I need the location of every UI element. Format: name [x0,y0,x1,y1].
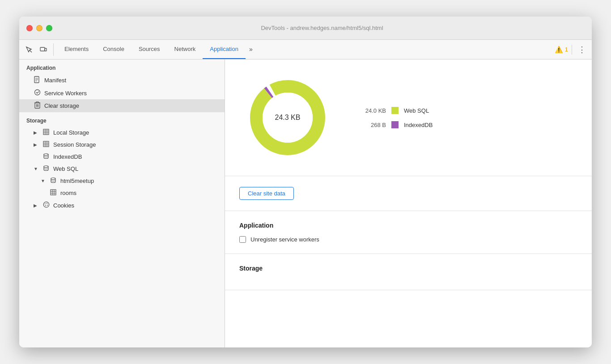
warning-icon: ⚠️ [555,46,563,54]
unregister-sw-label: Unregister service workers [250,236,319,243]
svg-rect-21 [43,141,49,147]
sidebar-item-cookies[interactable]: ▶ Cookies [19,199,225,212]
manifest-icon [34,76,41,85]
close-button[interactable] [26,25,33,31]
sidebar-item-manifest[interactable]: Manifest [19,74,225,87]
device-toggle-icon[interactable] [37,43,50,56]
cookies-icon [42,201,50,209]
content-area: 24.3 KB 24.0 KB Web SQL 268 B IndexedDB [225,59,592,347]
clear-storage-icon [34,102,41,110]
html5meetup-label: html5meetup [60,178,94,184]
storage-section-header: Storage [19,112,225,127]
svg-point-39 [45,203,46,204]
cookies-arrow: ▶ [34,203,39,208]
tab-application[interactable]: Application [203,39,246,59]
tab-elements[interactable]: Elements [57,39,96,59]
devtools-window: DevTools - andrew.hedges.name/html5/sql.… [19,17,592,347]
sidebar: Application Manifest Service Workers Cle… [19,59,225,347]
svg-point-28 [44,154,48,156]
donut-center-label: 24.3 KB [275,114,301,122]
websql-legend-label: Web SQL [404,107,429,114]
tab-sources[interactable]: Sources [132,39,167,59]
sidebar-item-clear-storage[interactable]: Clear storage [19,99,225,112]
legend-item-indexeddb: 268 B IndexedDB [359,121,433,128]
session-storage-icon [42,141,50,148]
svg-rect-31 [51,190,56,195]
websql-color-swatch [391,107,399,114]
storage-section-title: Storage [239,265,577,272]
service-workers-label: Service Workers [44,90,87,97]
tab-network[interactable]: Network [167,39,203,59]
unregister-sw-checkbox[interactable] [239,236,246,243]
svg-point-7 [34,90,40,95]
html5meetup-icon [50,177,57,185]
tab-console[interactable]: Console [96,39,132,59]
legend-item-websql: 24.0 KB Web SQL [359,107,433,114]
application-section-title: Application [239,222,577,229]
clear-site-data-button[interactable]: Clear site data [239,187,294,200]
clear-site-data-section: Clear site data [225,176,592,211]
svg-point-41 [45,205,46,206]
app-section-header: Application [19,59,225,74]
local-storage-icon [42,129,50,136]
svg-rect-1 [40,47,45,51]
window-title: DevTools - andrew.hedges.name/html5/sql.… [59,25,585,31]
warning-badge[interactable]: ⚠️ 1 [551,45,572,55]
titlebar: DevTools - andrew.hedges.name/html5/sql.… [19,17,592,40]
kebab-menu-button[interactable]: ⋮ [576,43,588,56]
local-storage-label: Local Storage [53,129,89,136]
web-sql-arrow: ▼ [34,166,39,171]
websql-size: 24.0 KB [359,107,386,114]
rooms-icon [50,189,57,197]
rooms-label: rooms [60,190,76,196]
indexeddb-icon [42,153,50,161]
web-sql-label: Web SQL [53,165,78,172]
svg-line-0 [30,50,32,52]
more-tabs-button[interactable]: » [246,39,256,59]
inspect-element-icon[interactable] [23,43,35,56]
svg-point-29 [44,166,48,168]
svg-rect-2 [45,48,47,51]
storage-section: Storage [225,254,592,290]
application-section: Application Unregister service workers [225,211,592,254]
minimize-button[interactable] [36,25,42,31]
svg-rect-10 [36,102,38,103]
sidebar-item-web-sql[interactable]: ▼ Web SQL [19,163,225,175]
traffic-lights [26,25,52,31]
toolbar: Elements Console Sources Network Applica… [19,40,592,59]
svg-point-42 [47,205,48,206]
chart-area: 24.3 KB 24.0 KB Web SQL 268 B IndexedDB [225,59,592,176]
chart-legend: 24.0 KB Web SQL 268 B IndexedDB [359,107,433,128]
indexeddb-legend-label: IndexedDB [404,122,433,128]
warning-count: 1 [565,46,568,53]
clear-storage-label: Clear storage [44,102,79,109]
sidebar-item-session-storage[interactable]: ▶ Session Storage [19,139,225,151]
session-storage-arrow: ▶ [34,142,39,147]
sidebar-item-html5meetup[interactable]: ▼ html5meetup [19,175,225,187]
sidebar-item-indexeddb[interactable]: ▶ IndexedDB [19,151,225,163]
indexeddb-size: 268 B [359,122,386,128]
manifest-label: Manifest [44,77,66,84]
donut-chart: 24.3 KB [243,73,332,162]
main-content: Application Manifest Service Workers Cle… [19,59,592,347]
svg-point-30 [51,178,55,180]
svg-point-38 [43,202,49,207]
service-workers-icon [34,89,41,97]
tab-list: Elements Console Sources Network Applica… [57,40,256,59]
sidebar-item-service-workers[interactable]: Service Workers [19,87,225,99]
html5meetup-arrow: ▼ [41,178,46,183]
local-storage-arrow: ▶ [34,130,39,135]
sidebar-item-rooms[interactable]: rooms [19,187,225,199]
svg-rect-14 [43,129,49,135]
maximize-button[interactable] [46,25,52,31]
indexeddb-label: IndexedDB [53,153,82,160]
session-storage-label: Session Storage [53,141,96,148]
toolbar-right: ⚠️ 1 ⋮ [551,43,588,56]
svg-point-40 [47,203,47,204]
toolbar-icons [23,43,54,56]
indexeddb-color-swatch [391,121,399,128]
unregister-sw-row: Unregister service workers [239,236,577,243]
web-sql-icon [42,165,50,173]
cookies-label: Cookies [53,202,74,209]
sidebar-item-local-storage[interactable]: ▶ Local Storage [19,127,225,139]
